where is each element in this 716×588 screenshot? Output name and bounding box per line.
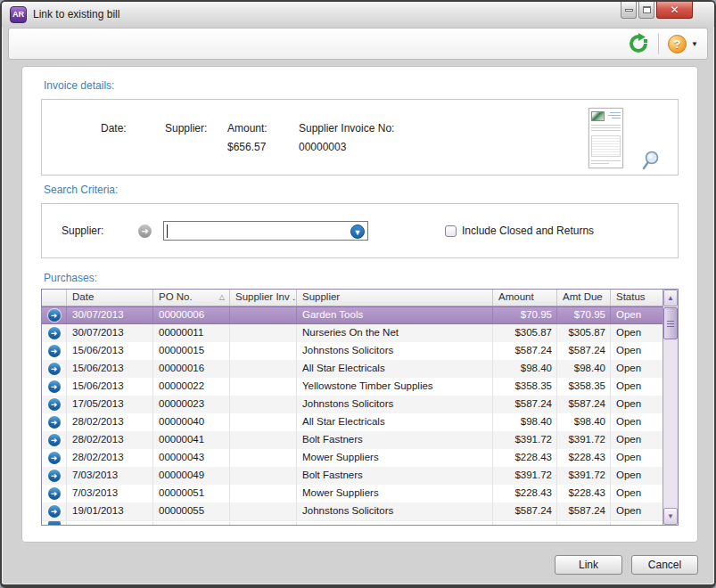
column-header-status[interactable]: Status xyxy=(611,290,665,306)
cell-supplier-inv[interactable] xyxy=(230,413,297,431)
row-arrow-icon[interactable]: ➜ xyxy=(42,502,67,520)
cell-status[interactable]: Open xyxy=(611,324,665,342)
table-row[interactable]: ➜7/03/201300000049Bolt Fastners$391.72$3… xyxy=(42,467,663,485)
cell-supplier[interactable]: Yellowstone Timber Supplies xyxy=(297,378,493,396)
cell-supplier-inv[interactable] xyxy=(230,485,297,502)
cell-po-no[interactable]: 00000041 xyxy=(153,431,230,449)
cell-supplier[interactable]: Mower Suppliers xyxy=(297,449,493,467)
zoom-magnifier-icon[interactable] xyxy=(641,150,661,171)
cell-po-no[interactable]: 00000022 xyxy=(153,378,230,396)
cell-amount[interactable]: $587.24 xyxy=(493,342,557,360)
cell-supplier-inv[interactable] xyxy=(230,307,297,323)
column-header-po-no[interactable]: PO No.△ xyxy=(153,290,230,306)
cell-date[interactable]: 15/06/2013 xyxy=(67,342,153,360)
cell-amount[interactable]: $391.72 xyxy=(493,467,557,485)
table-row[interactable]: ➜30/07/201300000006Garden Tools$70.95$70… xyxy=(42,306,663,324)
cell-supplier[interactable]: Johnstons Solicitors xyxy=(297,396,493,413)
cell-date[interactable]: 17/05/2013 xyxy=(67,396,153,413)
cell-date[interactable]: 28/02/2013 xyxy=(67,449,153,467)
cell-date[interactable]: 19/01/2013 xyxy=(67,502,153,520)
cell-amt-due[interactable]: $587.24 xyxy=(557,502,611,520)
cell-status[interactable]: Open xyxy=(611,360,665,378)
close-button[interactable]: ✕ xyxy=(656,2,693,19)
cell-amt-due[interactable]: $391.72 xyxy=(557,467,611,485)
cell-amount[interactable]: $70.95 xyxy=(493,307,557,323)
supplier-go-arrow-icon[interactable]: ➜ xyxy=(138,225,152,238)
table-row[interactable]: ➜15/06/201300000016All Star Electricals$… xyxy=(42,360,663,378)
cell-amt-due[interactable]: $98.40 xyxy=(557,413,611,431)
cell-supplier[interactable]: Johnstons Solicitors xyxy=(297,502,493,520)
cell-po-no[interactable]: 00000006 xyxy=(153,307,230,323)
cancel-button[interactable]: Cancel xyxy=(631,555,698,575)
cell-amt-due[interactable]: $587.24 xyxy=(557,342,611,360)
cell-po-no[interactable]: 00000016 xyxy=(153,360,230,378)
cell-supplier-inv[interactable] xyxy=(230,467,297,485)
row-arrow-icon[interactable]: ➜ xyxy=(42,307,67,323)
cell-amount[interactable]: $587.24 xyxy=(493,396,557,413)
cell-status[interactable]: Open xyxy=(611,413,665,431)
cell-po-no[interactable]: 00000015 xyxy=(153,342,230,360)
column-header-supplier-inv[interactable]: Supplier Inv ... xyxy=(230,290,297,306)
refresh-icon[interactable] xyxy=(628,33,649,54)
cell-date[interactable]: 7/03/2013 xyxy=(67,485,153,502)
minimize-button[interactable] xyxy=(621,2,637,19)
cell-amount[interactable]: $228.43 xyxy=(493,485,557,502)
row-arrow-icon[interactable]: ➜ xyxy=(42,467,67,485)
cell-status[interactable]: Open xyxy=(611,431,665,449)
cell-supplier[interactable]: Bolt Fastners xyxy=(297,431,493,449)
column-header-date[interactable]: Date xyxy=(67,290,153,306)
cell-supplier[interactable]: Mower Suppliers xyxy=(297,485,493,502)
cell-amount[interactable]: $587.24 xyxy=(493,502,557,520)
cell-amt-due[interactable]: $70.95 xyxy=(557,307,611,323)
supplier-dropdown-icon[interactable]: ▼ xyxy=(350,225,365,239)
cell-status[interactable]: Open xyxy=(611,449,665,467)
cell-supplier-inv[interactable] xyxy=(230,342,297,360)
row-arrow-icon[interactable]: ➜ xyxy=(42,485,67,502)
cell-amt-due[interactable]: $587.24 xyxy=(557,396,611,413)
cell-date[interactable]: 28/02/2013 xyxy=(67,413,153,431)
cell-supplier[interactable]: Bolt Fastners xyxy=(297,467,493,485)
cell-date[interactable]: 15/06/2013 xyxy=(67,360,153,378)
cell-po-no[interactable]: 00000040 xyxy=(153,413,230,431)
cell-supplier-inv[interactable] xyxy=(230,360,297,378)
link-button[interactable]: Link xyxy=(555,555,622,575)
cell-status[interactable]: Open xyxy=(611,396,665,413)
row-arrow-icon[interactable]: ➜ xyxy=(42,342,67,360)
cell-amt-due[interactable]: $228.43 xyxy=(557,485,611,502)
cell-supplier[interactable]: Johnstons Solicitors xyxy=(297,342,493,360)
invoice-thumbnail[interactable] xyxy=(588,108,623,168)
cell-supplier-inv[interactable] xyxy=(230,502,297,520)
cell-supplier-inv[interactable] xyxy=(230,449,297,467)
cell-supplier[interactable]: All Star Electricals xyxy=(297,360,493,378)
cell-supplier-inv[interactable] xyxy=(230,324,297,342)
cell-amt-due[interactable]: $228.43 xyxy=(557,449,611,467)
table-row[interactable]: ➜7/03/201300000051Mower Suppliers$228.43… xyxy=(42,485,663,502)
cell-po-no[interactable]: 00000049 xyxy=(153,467,230,485)
cell-supplier-inv[interactable] xyxy=(230,431,297,449)
cell-supplier[interactable]: Nurseries On the Net xyxy=(297,324,493,342)
table-row-partial[interactable] xyxy=(42,520,663,526)
cell-amount[interactable]: $98.40 xyxy=(493,413,557,431)
row-arrow-icon[interactable]: ➜ xyxy=(42,413,67,431)
cell-amt-due[interactable]: $391.72 xyxy=(557,431,611,449)
row-arrow-icon[interactable]: ➜ xyxy=(42,324,67,342)
supplier-search-input[interactable]: ▼ xyxy=(163,221,368,241)
cell-amt-due[interactable]: $305.87 xyxy=(557,324,611,342)
cell-amount[interactable]: $305.87 xyxy=(493,324,557,342)
cell-status[interactable]: Open xyxy=(611,342,665,360)
table-row[interactable]: ➜28/02/201300000040All Star Electricals$… xyxy=(42,413,663,431)
maximize-button[interactable] xyxy=(638,2,654,19)
cell-supplier-inv[interactable] xyxy=(230,378,297,396)
cell-status[interactable]: Open xyxy=(611,502,665,520)
row-arrow-icon[interactable]: ➜ xyxy=(42,396,67,413)
chevron-down-icon[interactable]: ▼ xyxy=(691,40,698,48)
cell-po-no[interactable]: 00000011 xyxy=(153,324,230,342)
table-row[interactable]: ➜19/01/201300000055Johnstons Solicitors$… xyxy=(42,502,663,520)
cell-date[interactable]: 28/02/2013 xyxy=(67,431,153,449)
table-row[interactable]: ➜30/07/201300000011Nurseries On the Net$… xyxy=(42,324,663,342)
cell-supplier-inv[interactable] xyxy=(230,396,297,413)
cell-status[interactable]: Open xyxy=(611,467,665,485)
table-row[interactable]: ➜28/02/201300000043Mower Suppliers$228.4… xyxy=(42,449,663,467)
cell-status[interactable]: Open xyxy=(611,485,665,502)
cell-amount[interactable]: $228.43 xyxy=(493,449,557,467)
